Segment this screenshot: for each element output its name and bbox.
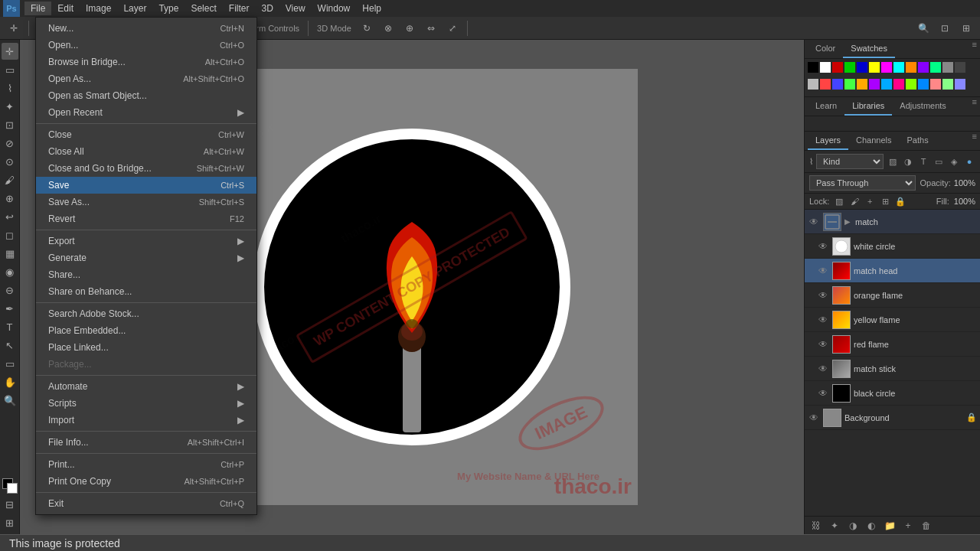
- fill-value[interactable]: 100%: [954, 197, 975, 206]
- menu-filter[interactable]: Filter: [223, 2, 256, 15]
- layer-yellow-flame[interactable]: 👁 yellow flame: [805, 308, 980, 332]
- screen-mode-tool[interactable]: ⊞: [2, 514, 18, 531]
- panel-menu-icon[interactable]: ≡: [972, 40, 977, 58]
- swatch-violet[interactable]: [869, 79, 880, 90]
- menu-scripts[interactable]: Scripts ▶: [36, 395, 256, 412]
- tab-layers[interactable]: Layers: [808, 132, 848, 150]
- menu-close-all[interactable]: Close All Alt+Ctrl+W: [36, 143, 256, 160]
- lock-artboard-icon[interactable]: ⊞: [880, 196, 890, 207]
- 3d-scale-btn[interactable]: ⤢: [443, 19, 462, 37]
- tab-swatches[interactable]: Swatches: [843, 40, 895, 58]
- quick-mask-tool[interactable]: ⊟: [2, 496, 18, 513]
- swatch-magenta[interactable]: [881, 62, 892, 73]
- menu-print-one[interactable]: Print One Copy Alt+Shift+Ctrl+P: [36, 473, 256, 490]
- tab-libraries[interactable]: Libraries: [844, 97, 892, 116]
- swatch-light-red[interactable]: [820, 79, 831, 90]
- swatch-red[interactable]: [832, 62, 843, 73]
- eyedropper-tool[interactable]: ⊘: [2, 135, 18, 152]
- zoom-tool[interactable]: 🔍: [2, 392, 18, 409]
- filter-smart-icon[interactable]: ◈: [948, 155, 960, 168]
- layer-vis-black-circle[interactable]: 👁: [817, 387, 829, 399]
- new-group-btn[interactable]: 📁: [883, 519, 897, 533]
- menu-browse-bridge[interactable]: Browse in Bridge... Alt+Ctrl+O: [36, 54, 256, 70]
- layer-vis-match[interactable]: 👁: [808, 216, 820, 228]
- menu-new[interactable]: New... Ctrl+N: [36, 20, 256, 37]
- menu-3d[interactable]: 3D: [255, 2, 279, 15]
- brush-tool[interactable]: 🖌: [2, 171, 18, 188]
- panel-menu-icon-2[interactable]: ≡: [972, 97, 977, 116]
- clone-tool[interactable]: ⊕: [2, 190, 18, 207]
- filter-adjust-icon[interactable]: ◑: [902, 155, 914, 168]
- filter-type-icon[interactable]: T: [917, 155, 929, 168]
- history-brush-tool[interactable]: ↩: [2, 208, 18, 225]
- link-layers-btn[interactable]: ⛓: [809, 519, 823, 533]
- new-layer-btn[interactable]: +: [901, 519, 915, 533]
- 3d-pan-btn[interactable]: ⊕: [400, 19, 419, 37]
- hand-tool[interactable]: ✋: [2, 373, 18, 390]
- lock-position-icon[interactable]: +: [864, 196, 875, 207]
- layer-vis-yellow-flame[interactable]: 👁: [817, 314, 829, 326]
- menu-view[interactable]: View: [279, 2, 312, 15]
- swatch-lavender[interactable]: [955, 79, 965, 90]
- menu-open-smart[interactable]: Open as Smart Object...: [36, 87, 256, 104]
- swatch-rose[interactable]: [893, 79, 904, 90]
- layer-vis-red-flame[interactable]: 👁: [817, 338, 829, 350]
- delete-layer-btn[interactable]: 🗑: [920, 519, 933, 533]
- spot-heal-tool[interactable]: ⊙: [2, 153, 18, 170]
- lock-all-icon[interactable]: 🔒: [895, 196, 906, 207]
- menu-import[interactable]: Import ▶: [36, 412, 256, 429]
- dodge-tool[interactable]: ⊖: [2, 282, 18, 298]
- 3d-slide-btn[interactable]: ⇔: [422, 19, 440, 37]
- menu-close-bridge[interactable]: Close and Go to Bridge... Shift+Ctrl+W: [36, 160, 256, 177]
- 3d-roll-btn[interactable]: ⊗: [379, 19, 397, 37]
- move-tool[interactable]: ✛: [2, 43, 18, 60]
- 3d-rotate-btn[interactable]: ↻: [358, 19, 376, 37]
- swatch-dark-gray[interactable]: [955, 62, 965, 73]
- menu-open[interactable]: Open... Ctrl+O: [36, 37, 256, 54]
- panel-menu-icon-3[interactable]: ≡: [972, 132, 977, 150]
- menu-exit[interactable]: Exit Ctrl+Q: [36, 495, 256, 512]
- swatch-sky[interactable]: [881, 79, 892, 90]
- menu-help[interactable]: Help: [356, 2, 387, 15]
- menu-edit[interactable]: Edit: [51, 2, 80, 15]
- swatch-white[interactable]: [820, 62, 831, 73]
- filter-shape-icon[interactable]: ▭: [933, 155, 945, 168]
- filter-pixel-icon[interactable]: ▨: [887, 155, 899, 168]
- layer-vis-match-head[interactable]: 👁: [817, 265, 829, 277]
- swatch-pink[interactable]: [930, 79, 941, 90]
- blur-tool[interactable]: ◉: [2, 263, 18, 280]
- filter-kind-select[interactable]: Kind: [816, 154, 884, 169]
- path-select-tool[interactable]: ↖: [2, 337, 18, 354]
- swatch-spring[interactable]: [930, 62, 941, 73]
- swatch-chartreuse[interactable]: [906, 79, 916, 90]
- swatch-cyan[interactable]: [893, 62, 904, 73]
- menu-type[interactable]: Type: [152, 2, 185, 15]
- swatch-amber[interactable]: [857, 79, 867, 90]
- lasso-tool[interactable]: ⌇: [2, 80, 18, 96]
- menu-place-embedded[interactable]: Place Embedded...: [36, 322, 256, 339]
- lock-transparent-icon[interactable]: ▨: [834, 196, 844, 207]
- tab-channels[interactable]: Channels: [848, 132, 899, 150]
- menu-generate[interactable]: Generate ▶: [36, 249, 256, 266]
- layer-match-stick[interactable]: 👁 match stick: [805, 357, 980, 381]
- layer-vis-match-stick[interactable]: 👁: [817, 363, 829, 375]
- menu-export[interactable]: Export ▶: [36, 233, 256, 249]
- menu-file-info[interactable]: File Info... Alt+Shift+Ctrl+I: [36, 434, 256, 451]
- search-btn[interactable]: 🔍: [914, 19, 933, 37]
- tab-adjustments[interactable]: Adjustments: [892, 97, 954, 116]
- swatch-black[interactable]: [808, 62, 818, 73]
- lock-image-icon[interactable]: 🖌: [849, 196, 860, 207]
- swatch-light-gray[interactable]: [808, 79, 818, 90]
- layer-vis-background[interactable]: 👁: [808, 412, 820, 424]
- new-adjustment-btn[interactable]: ◐: [864, 519, 878, 533]
- menu-open-recent[interactable]: Open Recent ▶: [36, 104, 256, 121]
- menu-close[interactable]: Close Ctrl+W: [36, 126, 256, 143]
- workspace-btn[interactable]: ⊡: [936, 19, 954, 37]
- layer-orange-flame[interactable]: 👁 orange flame: [805, 283, 980, 308]
- group-arrow[interactable]: ▶: [844, 217, 851, 226]
- crop-tool[interactable]: ⊡: [2, 116, 18, 133]
- tab-color[interactable]: Color: [808, 40, 843, 58]
- move-tool-btn[interactable]: ✛: [5, 19, 23, 37]
- layer-vis-orange-flame[interactable]: 👁: [817, 289, 829, 302]
- tab-paths[interactable]: Paths: [900, 132, 936, 150]
